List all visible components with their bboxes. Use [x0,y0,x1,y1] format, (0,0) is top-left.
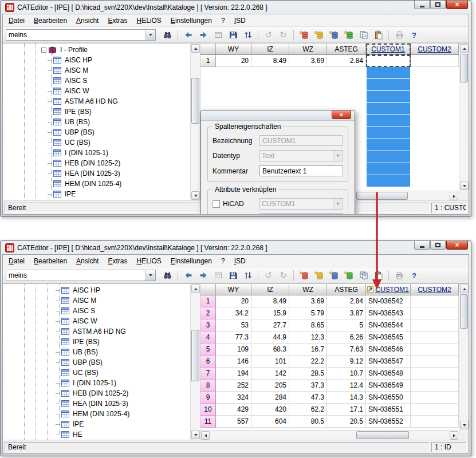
tree-item[interactable]: I (DIN 1025-1) [3,148,200,158]
cell-asteg[interactable]: 3.87 [327,307,366,319]
cell-wz[interactable]: 16.7 [289,344,327,356]
maximize-button[interactable] [430,1,446,9]
cell-iz[interactable]: 27.7 [251,319,289,331]
cell-custom2[interactable] [411,356,459,368]
row-header[interactable]: 1 [200,295,216,307]
print-icon[interactable] [392,269,406,282]
scroll-right-icon[interactable] [450,192,458,200]
cell-iz[interactable]: 142 [251,368,289,380]
tree-item[interactable]: UB (BS) [3,117,200,127]
column-header-asteg[interactable]: ASTEG [327,44,366,55]
tree-item[interactable]: AISC S [3,306,200,316]
cell-iz[interactable]: 44.9 [251,331,289,344]
tree-item[interactable]: AISC HP [3,55,200,65]
cell-asteg[interactable]: 2.84 [327,295,366,307]
row-header[interactable]: 2 [200,307,216,319]
row-header[interactable]: 1 [200,55,216,67]
menu-item[interactable]: ? [217,15,230,26]
maximize-button[interactable] [430,241,446,250]
tree-root-item[interactable]: − I - Profile [3,45,200,55]
menu-item[interactable]: HELiOS [132,15,166,26]
menu-item[interactable]: Bearbeiten [29,255,72,267]
cell-custom2[interactable] [411,344,459,356]
scrollbar-thumb[interactable] [460,54,468,82]
new-table-red-icon[interactable] [297,269,310,282]
row-header[interactable]: 3 [200,319,216,331]
dialog-close-button[interactable]: × [332,110,351,119]
tree-item[interactable]: HEA (DIN 1025-3) [3,168,200,179]
menu-item[interactable]: Ansicht [72,255,103,267]
help-icon[interactable]: ? [407,269,420,282]
tree-item[interactable]: AISC HP [3,285,200,295]
cell-asteg[interactable]: 10.7 [327,368,366,380]
cell-wy[interactable]: 557 [216,416,251,428]
menu-item[interactable]: ISD [230,15,250,26]
menu-item[interactable]: ? [217,255,230,267]
save-icon[interactable] [226,269,239,282]
cell-custom1[interactable]: SN-036546 [366,344,411,356]
new-table-blue-icon[interactable] [327,269,340,282]
helios-attribute-select[interactable]: HEL_SACHNUMMER [259,214,343,215]
column-header-wz[interactable]: WZ [289,284,327,295]
sort-icon[interactable] [241,28,254,41]
tree-item[interactable]: HE [3,429,200,440]
cell-wy[interactable]: 109 [216,344,251,356]
cell-custom2[interactable] [411,319,459,331]
cell-custom2[interactable] [411,331,459,344]
redo-icon[interactable]: ↻ [277,269,290,282]
cell-wy[interactable]: 53 [216,319,251,331]
scrollbar-thumb[interactable] [356,431,409,439]
tree-item[interactable]: HEB (DIN 1025-2) [3,158,200,168]
undo-icon[interactable]: ↺ [262,269,275,282]
cell-wy[interactable]: 324 [216,392,251,404]
column-header-custom2[interactable]: CUSTOM2 [411,284,459,295]
menu-item[interactable]: Extras [103,255,132,267]
column-header-iz[interactable]: IZ [251,44,289,55]
new-table-red-icon[interactable] [297,28,310,41]
find-icon[interactable] [161,269,174,282]
datasheet-icon[interactable] [211,269,225,282]
tree-item[interactable]: I (DIN 1025-1) [3,378,200,388]
undo-icon[interactable]: ↺ [262,28,275,41]
tree-item[interactable]: AISC S [3,76,200,86]
new-table-yellow-icon[interactable] [312,269,325,282]
selected-column-highlight[interactable] [367,67,410,187]
kommentar-input[interactable] [259,165,343,176]
cell-custom1[interactable]: SN-036551 [366,404,411,416]
cell-custom1[interactable]: SN-036550 [366,392,411,404]
column-header-iz[interactable]: IZ [251,284,289,295]
grid-horizontal-scrollbar[interactable] [200,430,459,440]
cell-iz[interactable]: 8.49 [251,55,289,67]
catalog-combo-input[interactable] [6,30,145,40]
cell-custom2[interactable] [411,404,459,416]
catalog-combo-input[interactable] [6,270,145,281]
scroll-up-icon[interactable] [191,285,200,293]
minimize-button[interactable] [414,1,430,9]
catalog-combobox[interactable] [6,270,156,281]
cell-custom1[interactable]: SN-036542 [366,295,411,307]
scroll-down-icon[interactable] [191,431,200,439]
cell-asteg[interactable]: 12.4 [327,380,366,392]
menu-item[interactable]: Einstellungen [166,255,217,267]
cell-asteg[interactable]: 17.1 [327,404,366,416]
scroll-right-icon[interactable] [450,431,458,440]
cell-wy[interactable]: 34.2 [216,307,251,319]
cell-wz[interactable]: 12.3 [289,331,327,344]
cell-iz[interactable]: 15.9 [251,307,289,319]
save-icon[interactable] [226,28,239,41]
cell-custom2[interactable] [411,392,459,404]
row-header[interactable]: 9 [200,392,216,404]
cell-wz[interactable]: 3.69 [289,55,327,67]
cell-wz[interactable]: 3.69 [289,295,327,307]
cell-asteg[interactable]: 6.26 [327,331,366,344]
column-header-custom1[interactable]: CUSTOM1 [366,44,411,55]
cell-wz[interactable]: 47.3 [289,392,327,404]
tree-vertical-scrollbar[interactable] [190,284,200,440]
row-header[interactable]: 4 [200,331,216,344]
row-header[interactable]: 8 [200,380,216,392]
titlebar[interactable]: CATEditor - [IPE] [ D:\hicad_svn\220X\de… [2,1,469,14]
cell-asteg[interactable]: 5 [327,319,366,331]
forward-icon[interactable] [196,28,210,41]
collapse-expander-icon[interactable]: − [41,48,46,53]
cell-custom1[interactable]: SN-036549 [366,380,411,392]
